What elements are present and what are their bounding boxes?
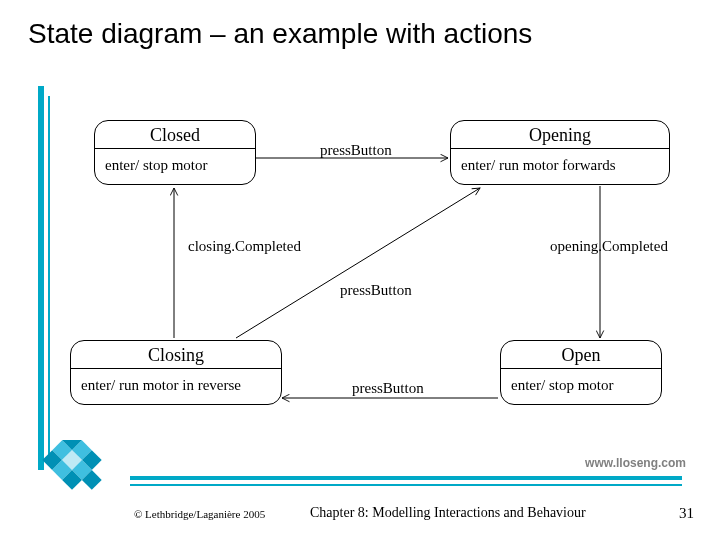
slide: State diagram – an example with actions … xyxy=(0,0,720,540)
decoration-bar xyxy=(130,484,682,486)
decoration-bar xyxy=(38,86,44,470)
copyright: © Lethbridge/Laganière 2005 xyxy=(134,508,265,520)
transition-arrows xyxy=(70,110,690,440)
logo-icon xyxy=(28,440,116,500)
decoration-bar xyxy=(48,96,50,462)
decoration-bar xyxy=(130,476,682,480)
svg-line-14 xyxy=(236,188,480,338)
page-title: State diagram – an example with actions xyxy=(28,18,532,50)
page-number: 31 xyxy=(679,505,694,522)
site-url: www.lloseng.com xyxy=(585,456,686,470)
state-diagram: Closed enter/ stop motor Opening enter/ … xyxy=(70,110,690,440)
chapter-label: Chapter 8: Modelling Interactions and Be… xyxy=(310,505,586,521)
